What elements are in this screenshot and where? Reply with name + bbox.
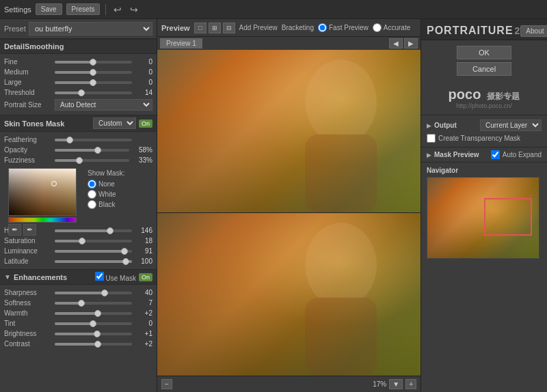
luminance-value: 91 <box>135 247 152 255</box>
fuzziness-label: Fuzziness <box>4 156 52 164</box>
svg-point-2 <box>305 223 377 307</box>
fast-preview-radio[interactable] <box>318 23 327 32</box>
show-mask-title: Show Mask: <box>88 169 124 177</box>
latitude-slider[interactable] <box>55 260 132 263</box>
use-mask-label[interactable]: Use Mask <box>95 272 136 282</box>
saturation-slider[interactable] <box>55 240 132 242</box>
poco-url: http://photo.poco.cn/ <box>427 102 542 109</box>
softness-row: Softness 7 <box>4 298 152 308</box>
accurate-label[interactable]: Accurate <box>373 23 410 32</box>
sharpness-slider[interactable] <box>55 292 132 294</box>
view-compare-icon[interactable]: ⊟ <box>223 23 235 33</box>
zoom-value: 17% <box>373 380 386 388</box>
left-panel: Preset ou butterfly DetailSmoothing Fine… <box>0 19 157 392</box>
threshold-slider[interactable] <box>55 92 132 94</box>
preset-label: Preset <box>4 25 26 33</box>
auto-expand-checkbox[interactable] <box>491 150 500 159</box>
large-label: Large <box>4 79 52 86</box>
skin-tones-mask-header: Skin Tones Mask Custom On <box>0 115 157 132</box>
contrast-slider[interactable] <box>55 343 132 346</box>
zoom-dropdown-button[interactable]: ▼ <box>389 379 403 389</box>
sharpness-value: 40 <box>135 289 152 296</box>
accurate-radio[interactable] <box>373 23 382 32</box>
threshold-value: 14 <box>135 89 152 96</box>
fine-label: Fine <box>4 58 52 66</box>
radio-white[interactable] <box>88 190 96 199</box>
add-preview-button[interactable]: Add Preview <box>239 24 278 31</box>
radio-none-row[interactable]: None <box>88 180 124 188</box>
view-split-icon[interactable]: ⊞ <box>209 23 221 33</box>
fine-slider[interactable] <box>55 61 132 64</box>
output-arrow: ▶ <box>427 122 431 129</box>
enhancements-title: Enhancements <box>14 273 92 281</box>
view-single-icon[interactable]: □ <box>194 23 206 33</box>
tint-slider[interactable] <box>55 322 132 325</box>
ok-button[interactable]: OK <box>457 46 511 59</box>
output-label: Output <box>434 122 477 129</box>
opacity-value: 58% <box>132 146 152 154</box>
large-slider[interactable] <box>55 81 132 84</box>
cancel-button[interactable]: Cancel <box>457 62 511 76</box>
opacity-slider[interactable] <box>55 149 129 152</box>
prev-preview-button[interactable]: ◀ <box>389 38 403 48</box>
eyedropper-remove-button[interactable]: ✒ <box>23 224 36 236</box>
radio-white-label: White <box>98 191 116 198</box>
undo-icon[interactable]: ↩ <box>111 4 124 15</box>
presets-button[interactable]: Presets <box>66 3 101 15</box>
zoom-minus-button[interactable]: − <box>161 379 172 389</box>
next-preview-button[interactable]: ▶ <box>404 38 418 48</box>
mask-preview-row: ▶ Mask Preview Auto Expand <box>421 147 547 162</box>
radio-white-row[interactable]: White <box>88 190 124 199</box>
threshold-label: Threshold <box>4 89 52 96</box>
color-gradient[interactable] <box>8 168 77 216</box>
save-button[interactable]: Save <box>36 3 62 15</box>
about-button[interactable]: About <box>520 25 547 37</box>
photo-top <box>157 50 421 212</box>
hue-strip[interactable] <box>8 217 77 223</box>
zoom-plus-button[interactable]: + <box>405 379 416 389</box>
brightness-slider[interactable] <box>55 333 132 335</box>
latitude-label: Latitude <box>4 257 52 265</box>
image-pane-bottom <box>157 213 421 376</box>
medium-slider[interactable] <box>55 71 132 74</box>
portraiture-version: 2 <box>515 25 521 36</box>
navigator-section: Navigator <box>421 162 547 392</box>
preview-tab-1[interactable]: Preview 1 <box>160 38 202 48</box>
use-mask-checkbox[interactable] <box>95 272 104 281</box>
softness-slider[interactable] <box>55 302 132 305</box>
radio-black[interactable] <box>88 200 96 209</box>
color-picker-cross <box>51 181 57 186</box>
sharpness-row: Sharpness 40 <box>4 288 152 298</box>
color-swatch[interactable]: ✒ ✒ <box>8 168 83 223</box>
portrait-size-select[interactable]: Auto Detect <box>55 99 152 111</box>
portraiture-title: PORTRAITURE 2 <box>427 25 520 37</box>
image-pane-top <box>157 50 421 212</box>
warmth-slider[interactable] <box>55 312 132 315</box>
preview-nav: ◀ ▶ <box>389 38 418 48</box>
preset-select[interactable]: ou butterfly <box>29 22 152 36</box>
navigator-viewport-rect <box>484 198 532 236</box>
warmth-value: +2 <box>135 309 152 317</box>
fine-row: Fine 0 <box>4 57 152 67</box>
portrait-size-label: Portrait Size <box>4 101 52 109</box>
bracketing-button[interactable]: Bracketing <box>282 24 314 31</box>
redo-icon[interactable]: ↪ <box>128 4 140 15</box>
feathering-slider[interactable] <box>55 139 132 141</box>
contrast-value: +2 <box>135 340 152 348</box>
radio-none-label: None <box>98 180 115 188</box>
radio-black-row[interactable]: Black <box>88 200 124 209</box>
luminance-slider[interactable] <box>55 250 132 253</box>
navigator-label: Navigator <box>427 167 542 174</box>
output-select[interactable]: Current Layer <box>480 120 542 131</box>
preview-view-icons: □ ⊞ ⊟ <box>194 23 235 33</box>
zoom-display: 17% ▼ <box>373 379 403 389</box>
fast-preview-label[interactable]: Fast Preview <box>318 23 369 32</box>
eyedropper-add-button[interactable]: ✒ <box>8 224 21 236</box>
transparency-checkbox[interactable] <box>427 134 436 143</box>
navigator-preview[interactable] <box>427 177 539 259</box>
mask-custom-select[interactable]: Custom <box>93 117 136 129</box>
fuzziness-slider[interactable] <box>55 159 129 162</box>
hue-slider[interactable] <box>55 229 132 232</box>
portraiture-name: PORTRAITURE <box>427 25 513 37</box>
radio-none[interactable] <box>88 180 96 188</box>
